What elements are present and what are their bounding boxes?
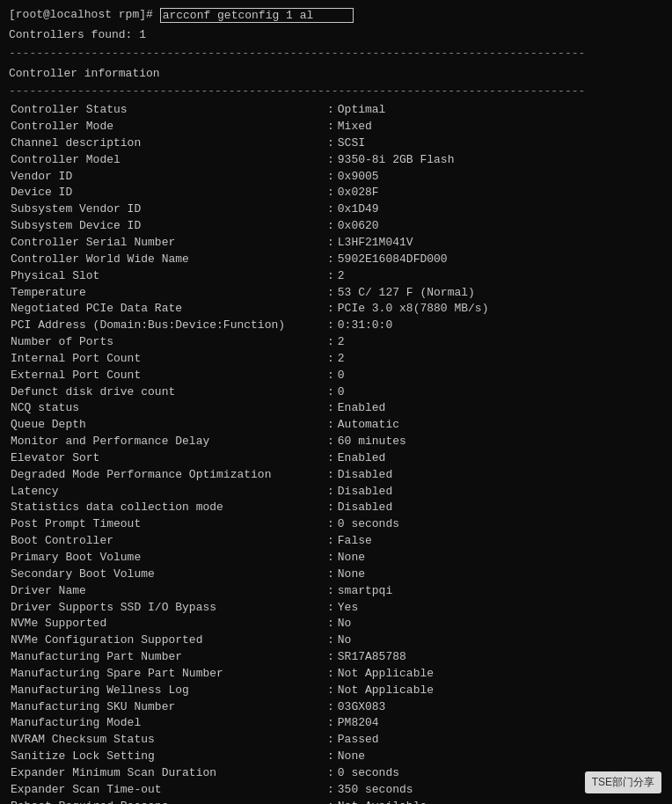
info-label: Manufacturing SKU Number [11, 699, 327, 716]
info-label: Controller Mode [11, 119, 327, 135]
table-row: Driver Supports SSD I/O Bypass : Yes [9, 600, 663, 617]
info-value: PCIe 3.0 x8(7880 MB/s) [338, 301, 489, 318]
info-label: Channel description [11, 135, 327, 152]
prompt-line: [root@localhost rpm]# [9, 7, 663, 24]
info-label: Controller World Wide Name [11, 252, 327, 268]
info-label: NVMe Supported [11, 616, 327, 632]
info-label: Device ID [11, 185, 327, 201]
info-colon: : [327, 351, 334, 368]
info-value: Passed [338, 732, 379, 749]
table-row: Subsystem Device ID : 0x0620 [9, 218, 663, 235]
info-colon: : [327, 782, 334, 799]
info-colon: : [327, 268, 334, 285]
info-label: NVMe Configuration Supported [11, 632, 327, 649]
info-label: Latency [11, 484, 327, 501]
info-colon: : [327, 649, 334, 666]
table-row: Manufacturing Spare Part Number : Not Ap… [9, 666, 663, 683]
info-value: No [338, 632, 352, 649]
table-row: Number of Ports : 2 [9, 334, 663, 351]
info-value: 0 seconds [338, 516, 399, 533]
command-input[interactable] [160, 8, 354, 23]
info-value: Enabled [338, 450, 386, 467]
info-label: Degraded Mode Performance Optimization [11, 467, 327, 484]
info-colon: : [327, 699, 334, 716]
info-colon: : [327, 583, 334, 600]
info-label: Expander Scan Time-out [11, 782, 327, 799]
info-colon: : [327, 384, 334, 401]
table-row: Secondary Boot Volume : None [9, 566, 663, 583]
info-label: Driver Name [11, 583, 327, 600]
info-colon: : [327, 632, 334, 649]
info-value: 0x0620 [338, 218, 379, 235]
info-colon: : [327, 252, 334, 268]
info-colon: : [327, 484, 334, 501]
info-label: NVRAM Checksum Status [11, 732, 327, 749]
info-value: Not Available [338, 799, 427, 804]
info-value: None [338, 749, 365, 765]
table-row: Controller Status : Optimal [9, 102, 663, 119]
table-row: Vendor ID : 0x9005 [9, 169, 663, 186]
info-value: 5902E16084DFD000 [338, 252, 448, 268]
info-label: Manufacturing Spare Part Number [11, 666, 327, 683]
info-colon: : [327, 765, 334, 782]
info-value: 350 seconds [338, 782, 413, 799]
info-value: 53 C/ 127 F (Normal) [338, 285, 475, 302]
info-label: Secondary Boot Volume [11, 566, 327, 583]
info-value: 0x028F [338, 185, 379, 201]
info-colon: : [327, 368, 334, 384]
info-colon: : [327, 201, 334, 218]
table-row: NVRAM Checksum Status : Passed [9, 732, 663, 749]
info-value: Not Applicable [338, 683, 434, 699]
divider-section-0-top: ----------------------------------------… [9, 84, 663, 100]
table-row: Expander Minimum Scan Duration : 0 secon… [9, 765, 663, 782]
table-row: Negotiated PCIe Data Rate : PCIe 3.0 x8(… [9, 301, 663, 318]
info-colon: : [327, 799, 334, 804]
info-colon: : [327, 467, 334, 484]
info-value: False [338, 533, 372, 550]
info-colon: : [327, 533, 334, 550]
table-row: Driver Name : smartpqi [9, 583, 663, 600]
table-row: Manufacturing Part Number : SR17A85788 [9, 649, 663, 666]
table-row: Defunct disk drive count : 0 [9, 384, 663, 401]
table-row: Elevator Sort : Enabled [9, 450, 663, 467]
table-row: Reboot Required Reasons : Not Available [9, 799, 663, 804]
info-label: Manufacturing Wellness Log [11, 683, 327, 699]
info-value: Automatic [338, 417, 399, 434]
info-label: Controller Status [11, 102, 327, 119]
info-label: Subsystem Vendor ID [11, 201, 327, 218]
info-value: SCSI [338, 135, 365, 152]
table-row: Device ID : 0x028F [9, 185, 663, 201]
table-row: Channel description : SCSI [9, 135, 663, 152]
info-label: Controller Model [11, 152, 327, 169]
table-row: Manufacturing Model : PM8204 [9, 715, 663, 732]
divider-top: ----------------------------------------… [9, 46, 663, 62]
info-value: No [338, 616, 352, 632]
info-label: External Port Count [11, 368, 327, 384]
info-label: Vendor ID [11, 169, 327, 186]
info-label: Manufacturing Part Number [11, 649, 327, 666]
info-label: Subsystem Device ID [11, 218, 327, 235]
info-label: NCQ status [11, 400, 327, 417]
info-label: Controller Serial Number [11, 235, 327, 252]
table-row: Sanitize Lock Setting : None [9, 749, 663, 765]
table-row: NCQ status : Enabled [9, 400, 663, 417]
table-row: NVMe Configuration Supported : No [9, 632, 663, 649]
info-colon: : [327, 616, 334, 632]
info-label: Number of Ports [11, 334, 327, 351]
info-value: None [338, 566, 365, 583]
info-label: Defunct disk drive count [11, 384, 327, 401]
info-value: 2 [338, 268, 345, 285]
info-label: Temperature [11, 285, 327, 302]
table-row: Internal Port Count : 2 [9, 351, 663, 368]
table-row: Expander Scan Time-out : 350 seconds [9, 782, 663, 799]
info-label: Physical Slot [11, 268, 327, 285]
info-colon: : [327, 500, 334, 516]
info-label: Boot Controller [11, 533, 327, 550]
info-label: Queue Depth [11, 417, 327, 434]
info-label: Statistics data collection mode [11, 500, 327, 516]
info-label: Internal Port Count [11, 351, 327, 368]
table-row: Subsystem Vendor ID : 0x1D49 [9, 201, 663, 218]
info-colon: : [327, 732, 334, 749]
info-label: Negotiated PCIe Data Rate [11, 301, 327, 318]
info-colon: : [327, 334, 334, 351]
